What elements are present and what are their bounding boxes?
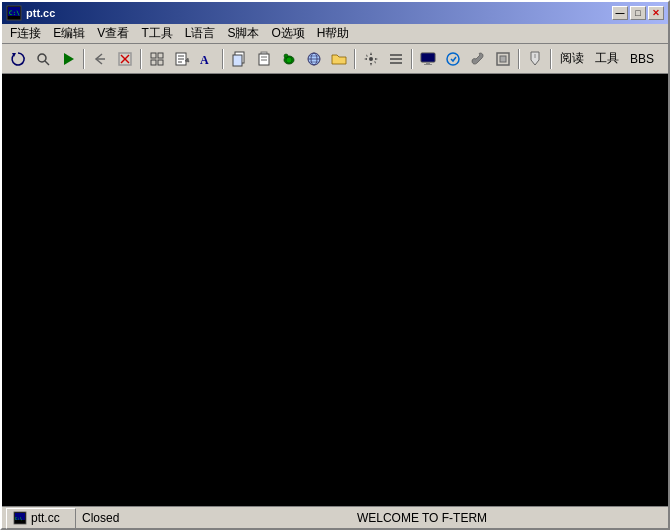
toolbar-search-button[interactable] (31, 48, 55, 70)
terminal-area[interactable] (2, 74, 668, 506)
svg-rect-14 (158, 60, 163, 65)
toolbar-monitor-button[interactable] (416, 48, 440, 70)
svg-point-4 (38, 54, 46, 62)
toolbar-grid-button[interactable] (145, 48, 169, 70)
toolbar-font-button[interactable]: A (195, 48, 219, 70)
window-controls: — □ ✕ (612, 6, 664, 20)
toolbar-tools-button[interactable]: 工具 (590, 48, 624, 70)
toolbar-back-button[interactable] (88, 48, 112, 70)
window-icon: C:\ (6, 5, 22, 21)
svg-rect-45 (500, 56, 506, 62)
svg-point-29 (284, 54, 288, 58)
toolbar-sep-5 (411, 49, 413, 69)
menu-view[interactable]: V查看 (91, 23, 135, 44)
menu-bar: F连接 E编辑 V查看 T工具 L语言 S脚本 O选项 H帮助 (2, 24, 668, 44)
menu-script[interactable]: S脚本 (221, 23, 265, 44)
toolbar-bbs-button[interactable]: BBS (625, 48, 659, 70)
maximize-button[interactable]: □ (630, 6, 646, 20)
svg-line-5 (45, 61, 49, 65)
tab-label: ptt.cc (31, 511, 60, 525)
toolbar-refresh-button[interactable] (6, 48, 30, 70)
toolbar-folder-button[interactable] (327, 48, 351, 70)
svg-point-35 (369, 57, 373, 61)
svg-rect-12 (158, 53, 163, 58)
close-button[interactable]: ✕ (648, 6, 664, 20)
svg-text:A: A (200, 53, 209, 67)
toolbar-settings-button[interactable] (359, 48, 383, 70)
svg-rect-42 (424, 64, 432, 65)
toolbar-sep-6 (518, 49, 520, 69)
toolbar-copy-button[interactable] (227, 48, 251, 70)
svg-rect-22 (233, 55, 242, 66)
toolbar-globe-button[interactable] (302, 48, 326, 70)
svg-rect-13 (151, 60, 156, 65)
svg-rect-40 (422, 54, 434, 61)
svg-rect-24 (259, 54, 269, 65)
svg-rect-11 (151, 53, 156, 58)
toolbar-stop-button[interactable] (113, 48, 137, 70)
toolbar-box-button[interactable] (491, 48, 515, 70)
menu-edit[interactable]: E编辑 (47, 23, 91, 44)
tab-icon: C:\ (13, 511, 27, 525)
svg-rect-41 (426, 62, 430, 64)
tab-pttcc[interactable]: C:\ ptt.cc (6, 508, 76, 529)
menu-tools[interactable]: T工具 (135, 23, 178, 44)
toolbar-sep-2 (140, 49, 142, 69)
toolbar: A (2, 44, 668, 74)
svg-text:C:\: C:\ (15, 516, 23, 521)
minimize-button[interactable]: — (612, 6, 628, 20)
window-title: ptt.cc (26, 7, 612, 19)
menu-help[interactable]: H帮助 (311, 23, 356, 44)
toolbar-turtle-button[interactable] (277, 48, 301, 70)
toolbar-sep-3 (222, 49, 224, 69)
toolbar-circle-button[interactable] (441, 48, 465, 70)
toolbar-sep-1 (83, 49, 85, 69)
status-welcome-text: WELCOME TO F-TERM (176, 511, 668, 525)
toolbar-mouse-button[interactable] (523, 48, 547, 70)
main-window: C:\ ptt.cc — □ ✕ F连接 E编辑 V查看 T工具 L语言 S脚本… (0, 0, 670, 530)
toolbar-sep-4 (354, 49, 356, 69)
toolbar-play-button[interactable] (56, 48, 80, 70)
status-closed-text: Closed (76, 511, 176, 525)
title-bar: C:\ ptt.cc — □ ✕ (2, 2, 668, 24)
toolbar-paste-button[interactable] (252, 48, 276, 70)
svg-text:C:\: C:\ (9, 9, 20, 16)
toolbar-wrench-button[interactable] (466, 48, 490, 70)
toolbar-read-button[interactable]: 阅读 (555, 48, 589, 70)
toolbar-edit-button[interactable] (170, 48, 194, 70)
toolbar-sep-7 (550, 49, 552, 69)
svg-marker-6 (64, 53, 74, 65)
menu-options[interactable]: O选项 (265, 23, 310, 44)
menu-connect[interactable]: F连接 (4, 23, 47, 44)
menu-language[interactable]: L语言 (179, 23, 222, 44)
status-bar: C:\ ptt.cc Closed WELCOME TO F-TERM (2, 506, 668, 528)
toolbar-menu-button[interactable] (384, 48, 408, 70)
svg-point-43 (447, 53, 459, 65)
